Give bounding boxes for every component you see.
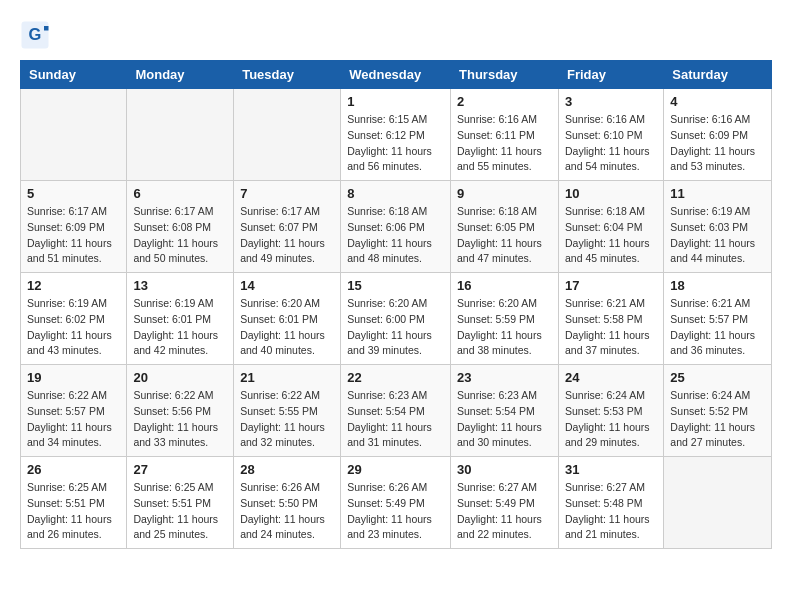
calendar-week-row: 5Sunrise: 6:17 AM Sunset: 6:09 PM Daylig… [21,181,772,273]
calendar-cell: 2Sunrise: 6:16 AM Sunset: 6:11 PM Daylig… [451,89,559,181]
day-number: 19 [27,370,120,385]
day-number: 11 [670,186,765,201]
calendar-cell: 11Sunrise: 6:19 AM Sunset: 6:03 PM Dayli… [664,181,772,273]
calendar-cell: 5Sunrise: 6:17 AM Sunset: 6:09 PM Daylig… [21,181,127,273]
calendar-cell: 28Sunrise: 6:26 AM Sunset: 5:50 PM Dayli… [234,457,341,549]
day-number: 29 [347,462,444,477]
day-info: Sunrise: 6:26 AM Sunset: 5:49 PM Dayligh… [347,480,444,543]
day-info: Sunrise: 6:18 AM Sunset: 6:04 PM Dayligh… [565,204,657,267]
day-info: Sunrise: 6:25 AM Sunset: 5:51 PM Dayligh… [133,480,227,543]
calendar-week-row: 12Sunrise: 6:19 AM Sunset: 6:02 PM Dayli… [21,273,772,365]
day-number: 5 [27,186,120,201]
weekday-header-friday: Friday [558,61,663,89]
calendar-cell [234,89,341,181]
weekday-header-thursday: Thursday [451,61,559,89]
calendar-cell: 10Sunrise: 6:18 AM Sunset: 6:04 PM Dayli… [558,181,663,273]
day-number: 28 [240,462,334,477]
calendar-cell: 25Sunrise: 6:24 AM Sunset: 5:52 PM Dayli… [664,365,772,457]
day-info: Sunrise: 6:23 AM Sunset: 5:54 PM Dayligh… [347,388,444,451]
day-number: 13 [133,278,227,293]
day-number: 20 [133,370,227,385]
day-info: Sunrise: 6:27 AM Sunset: 5:48 PM Dayligh… [565,480,657,543]
day-number: 18 [670,278,765,293]
calendar-cell: 22Sunrise: 6:23 AM Sunset: 5:54 PM Dayli… [341,365,451,457]
day-info: Sunrise: 6:20 AM Sunset: 6:00 PM Dayligh… [347,296,444,359]
day-info: Sunrise: 6:25 AM Sunset: 5:51 PM Dayligh… [27,480,120,543]
calendar-cell: 30Sunrise: 6:27 AM Sunset: 5:49 PM Dayli… [451,457,559,549]
day-number: 31 [565,462,657,477]
calendar-cell: 17Sunrise: 6:21 AM Sunset: 5:58 PM Dayli… [558,273,663,365]
day-number: 3 [565,94,657,109]
day-info: Sunrise: 6:16 AM Sunset: 6:09 PM Dayligh… [670,112,765,175]
calendar-cell: 23Sunrise: 6:23 AM Sunset: 5:54 PM Dayli… [451,365,559,457]
calendar-cell: 26Sunrise: 6:25 AM Sunset: 5:51 PM Dayli… [21,457,127,549]
day-info: Sunrise: 6:23 AM Sunset: 5:54 PM Dayligh… [457,388,552,451]
day-info: Sunrise: 6:17 AM Sunset: 6:07 PM Dayligh… [240,204,334,267]
calendar-cell [664,457,772,549]
day-info: Sunrise: 6:18 AM Sunset: 6:06 PM Dayligh… [347,204,444,267]
weekday-header-row: SundayMondayTuesdayWednesdayThursdayFrid… [21,61,772,89]
day-info: Sunrise: 6:24 AM Sunset: 5:52 PM Dayligh… [670,388,765,451]
calendar-cell: 20Sunrise: 6:22 AM Sunset: 5:56 PM Dayli… [127,365,234,457]
day-number: 16 [457,278,552,293]
calendar-cell: 24Sunrise: 6:24 AM Sunset: 5:53 PM Dayli… [558,365,663,457]
day-info: Sunrise: 6:20 AM Sunset: 6:01 PM Dayligh… [240,296,334,359]
day-info: Sunrise: 6:24 AM Sunset: 5:53 PM Dayligh… [565,388,657,451]
day-number: 25 [670,370,765,385]
day-number: 6 [133,186,227,201]
day-info: Sunrise: 6:19 AM Sunset: 6:02 PM Dayligh… [27,296,120,359]
day-info: Sunrise: 6:21 AM Sunset: 5:58 PM Dayligh… [565,296,657,359]
day-info: Sunrise: 6:27 AM Sunset: 5:49 PM Dayligh… [457,480,552,543]
calendar-cell: 16Sunrise: 6:20 AM Sunset: 5:59 PM Dayli… [451,273,559,365]
day-number: 21 [240,370,334,385]
calendar-cell [21,89,127,181]
day-info: Sunrise: 6:20 AM Sunset: 5:59 PM Dayligh… [457,296,552,359]
day-info: Sunrise: 6:16 AM Sunset: 6:11 PM Dayligh… [457,112,552,175]
day-number: 1 [347,94,444,109]
calendar-table: SundayMondayTuesdayWednesdayThursdayFrid… [20,60,772,549]
calendar-cell: 6Sunrise: 6:17 AM Sunset: 6:08 PM Daylig… [127,181,234,273]
day-info: Sunrise: 6:22 AM Sunset: 5:57 PM Dayligh… [27,388,120,451]
day-number: 17 [565,278,657,293]
calendar-cell: 15Sunrise: 6:20 AM Sunset: 6:00 PM Dayli… [341,273,451,365]
logo-icon: G [20,20,50,50]
calendar-cell: 18Sunrise: 6:21 AM Sunset: 5:57 PM Dayli… [664,273,772,365]
calendar-cell: 13Sunrise: 6:19 AM Sunset: 6:01 PM Dayli… [127,273,234,365]
svg-marker-2 [44,26,49,31]
day-number: 14 [240,278,334,293]
logo: G [20,20,54,50]
day-info: Sunrise: 6:18 AM Sunset: 6:05 PM Dayligh… [457,204,552,267]
calendar-cell: 21Sunrise: 6:22 AM Sunset: 5:55 PM Dayli… [234,365,341,457]
day-info: Sunrise: 6:22 AM Sunset: 5:56 PM Dayligh… [133,388,227,451]
calendar-cell: 3Sunrise: 6:16 AM Sunset: 6:10 PM Daylig… [558,89,663,181]
calendar-cell: 12Sunrise: 6:19 AM Sunset: 6:02 PM Dayli… [21,273,127,365]
day-number: 15 [347,278,444,293]
weekday-header-monday: Monday [127,61,234,89]
day-info: Sunrise: 6:26 AM Sunset: 5:50 PM Dayligh… [240,480,334,543]
day-number: 8 [347,186,444,201]
day-number: 22 [347,370,444,385]
calendar-week-row: 26Sunrise: 6:25 AM Sunset: 5:51 PM Dayli… [21,457,772,549]
calendar-cell: 7Sunrise: 6:17 AM Sunset: 6:07 PM Daylig… [234,181,341,273]
day-info: Sunrise: 6:16 AM Sunset: 6:10 PM Dayligh… [565,112,657,175]
day-number: 2 [457,94,552,109]
calendar-cell: 9Sunrise: 6:18 AM Sunset: 6:05 PM Daylig… [451,181,559,273]
day-number: 9 [457,186,552,201]
day-info: Sunrise: 6:17 AM Sunset: 6:08 PM Dayligh… [133,204,227,267]
calendar-cell: 27Sunrise: 6:25 AM Sunset: 5:51 PM Dayli… [127,457,234,549]
day-number: 7 [240,186,334,201]
weekday-header-tuesday: Tuesday [234,61,341,89]
day-number: 30 [457,462,552,477]
day-number: 26 [27,462,120,477]
weekday-header-sunday: Sunday [21,61,127,89]
calendar-cell: 4Sunrise: 6:16 AM Sunset: 6:09 PM Daylig… [664,89,772,181]
calendar-cell: 19Sunrise: 6:22 AM Sunset: 5:57 PM Dayli… [21,365,127,457]
page-header: G [20,20,772,50]
calendar-cell: 14Sunrise: 6:20 AM Sunset: 6:01 PM Dayli… [234,273,341,365]
calendar-cell: 1Sunrise: 6:15 AM Sunset: 6:12 PM Daylig… [341,89,451,181]
weekday-header-saturday: Saturday [664,61,772,89]
day-info: Sunrise: 6:19 AM Sunset: 6:01 PM Dayligh… [133,296,227,359]
day-info: Sunrise: 6:22 AM Sunset: 5:55 PM Dayligh… [240,388,334,451]
calendar-cell: 29Sunrise: 6:26 AM Sunset: 5:49 PM Dayli… [341,457,451,549]
weekday-header-wednesday: Wednesday [341,61,451,89]
